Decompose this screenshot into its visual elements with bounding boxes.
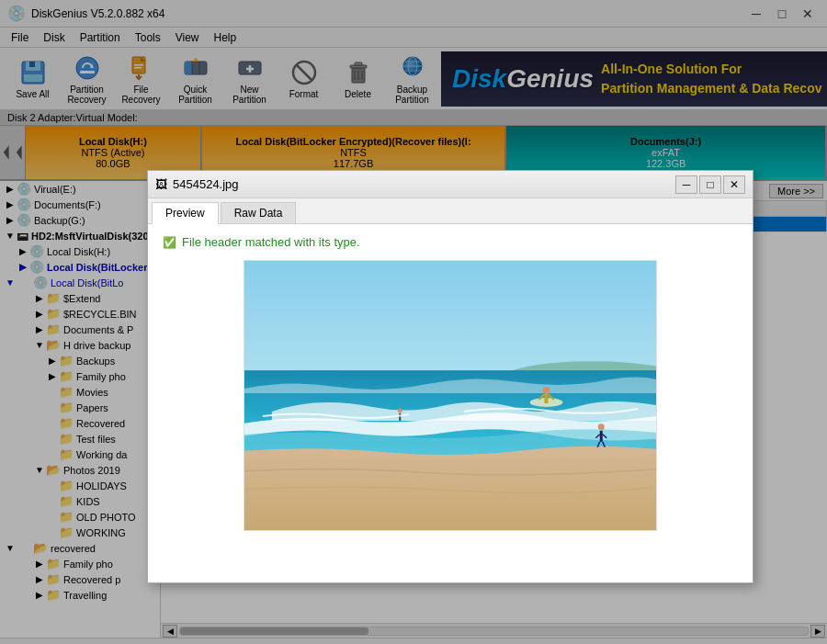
modal-tabs: Preview Raw Data	[148, 198, 753, 224]
modal-close-button[interactable]: ✕	[723, 175, 745, 194]
modal-overlay: 🖼 5454524.jpg ─ □ ✕ Preview Raw Data ✅ F…	[0, 0, 827, 644]
svg-point-45	[598, 424, 605, 430]
svg-point-47	[398, 408, 402, 412]
modal-dialog: 🖼 5454524.jpg ─ □ ✕ Preview Raw Data ✅ F…	[147, 170, 753, 583]
modal-message-text: File header matched with its type.	[182, 235, 360, 249]
modal-title-bar: 🖼 5454524.jpg ─ □ ✕	[148, 171, 753, 198]
modal-message: ✅ File header matched with its type.	[155, 232, 745, 253]
tab-preview[interactable]: Preview	[152, 202, 219, 224]
modal-content: ✅ File header matched with its type.	[148, 224, 753, 538]
modal-controls: ─ □ ✕	[675, 175, 745, 194]
beach-image	[244, 260, 656, 531]
tab-raw-data[interactable]: Raw Data	[221, 202, 297, 223]
svg-rect-44	[600, 431, 603, 442]
modal-title-text: 🖼 5454524.jpg	[155, 177, 239, 191]
svg-point-40	[543, 387, 550, 394]
modal-image-container	[244, 260, 657, 531]
modal-file-icon: 🖼	[155, 177, 167, 191]
modal-title-label: 5454524.jpg	[173, 177, 239, 191]
modal-maximize-button[interactable]: □	[699, 175, 721, 194]
svg-rect-39	[545, 394, 549, 403]
check-icon: ✅	[163, 236, 176, 249]
svg-rect-46	[399, 413, 401, 421]
modal-minimize-button[interactable]: ─	[675, 175, 697, 194]
